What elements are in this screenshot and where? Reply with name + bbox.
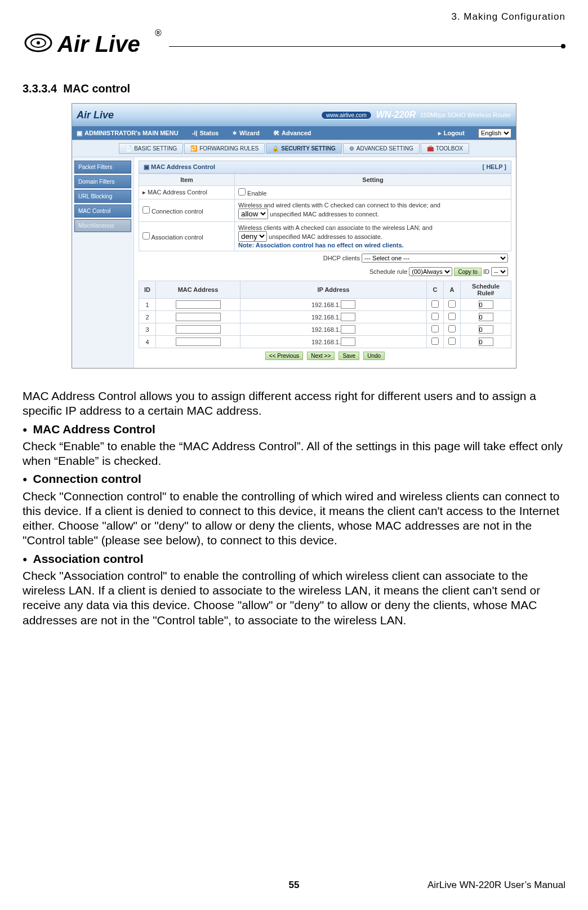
sched-input[interactable] bbox=[479, 313, 493, 321]
ip-input[interactable] bbox=[341, 313, 355, 321]
a-checkbox[interactable] bbox=[448, 325, 456, 332]
chapter-header: 3. Making Configuration bbox=[23, 11, 565, 23]
gcol-mac: MAC Address bbox=[156, 281, 240, 299]
association-desc-1: Wireless clients with A checked can asso… bbox=[238, 224, 433, 231]
prev-button[interactable]: << Previous bbox=[265, 352, 303, 360]
c-checkbox[interactable] bbox=[431, 300, 439, 308]
manual-title: AirLive WN-220R User’s Manual bbox=[427, 880, 565, 891]
cell-id: 4 bbox=[139, 336, 156, 348]
tab-forwarding-label: FORWARDING RULES bbox=[199, 145, 259, 152]
c-checkbox[interactable] bbox=[431, 325, 439, 332]
association-note: Note: Association control has no effect … bbox=[238, 242, 404, 248]
tab-security-setting[interactable]: 🔒 SECURITY SETTING bbox=[266, 143, 342, 154]
menu-logout[interactable]: ▸ Logout bbox=[438, 130, 465, 137]
tab-basic-label: BASIC SETTING bbox=[134, 145, 177, 152]
banner: Air Live www.airlive.com WN-220R 150Mbps… bbox=[72, 104, 516, 126]
body-text: MAC Address Control allows you to assign… bbox=[23, 389, 565, 628]
model-label: WN-220R bbox=[376, 110, 416, 120]
mac-input[interactable] bbox=[176, 325, 221, 334]
association-select[interactable]: deny bbox=[238, 231, 267, 242]
heading-connection-control: Connection control bbox=[23, 472, 565, 486]
svg-point-2 bbox=[37, 41, 40, 45]
header-rule bbox=[169, 40, 565, 51]
menu-wizard[interactable]: ✶ Wizard bbox=[232, 130, 260, 137]
menu-advanced-label: Advanced bbox=[282, 130, 311, 136]
menu-admin[interactable]: ▣ ADMINISTRATOR's MAIN MENU bbox=[77, 130, 179, 137]
row-mac-control-setting: Enable bbox=[235, 186, 511, 199]
section-number: 3.3.3.4 bbox=[23, 82, 57, 95]
gcol-a: A bbox=[444, 281, 461, 299]
mac-input[interactable] bbox=[176, 300, 221, 309]
connection-select[interactable]: allow bbox=[238, 208, 268, 219]
panel-header: ▣ MAC Address Control [ HELP ] bbox=[139, 161, 511, 174]
sidenav-domain-filters[interactable]: Domain Filters bbox=[74, 175, 131, 188]
sidenav-miscellaneous[interactable]: Miscellaneous bbox=[74, 219, 131, 232]
language-select[interactable]: English bbox=[478, 128, 511, 138]
sched-input[interactable] bbox=[479, 325, 493, 334]
heading-mac-address-control: MAC Address Control bbox=[23, 422, 565, 437]
ip-prefix: 192.168.1. bbox=[311, 326, 341, 333]
url-pill: www.airlive.com bbox=[321, 111, 372, 119]
menu-wizard-label: Wizard bbox=[239, 130, 260, 136]
para-association-control: Check "Association control" to enable th… bbox=[23, 569, 565, 628]
sidenav-packet-filters[interactable]: Packet Filters bbox=[74, 161, 131, 174]
dhcp-label: DHCP clients bbox=[323, 255, 360, 261]
sidenav-mac-control[interactable]: MAC Control bbox=[74, 205, 131, 217]
c-checkbox[interactable] bbox=[431, 313, 439, 320]
ip-input[interactable] bbox=[341, 338, 355, 346]
cell-id: 2 bbox=[139, 311, 156, 323]
ip-input[interactable] bbox=[341, 325, 355, 334]
connection-checkbox[interactable] bbox=[142, 206, 150, 214]
brand-logo: Air Live bbox=[77, 109, 114, 121]
c-checkbox[interactable] bbox=[431, 338, 439, 345]
dhcp-select[interactable]: --- Select one --- bbox=[362, 254, 508, 263]
a-checkbox[interactable] bbox=[448, 300, 456, 308]
svg-text:®: ® bbox=[155, 28, 162, 38]
mac-input[interactable] bbox=[176, 313, 221, 321]
undo-button[interactable]: Undo bbox=[363, 352, 385, 360]
menu-status[interactable]: -i| Status bbox=[192, 130, 219, 136]
ip-prefix: 192.168.1. bbox=[311, 339, 341, 345]
gcol-c: C bbox=[427, 281, 444, 299]
schedule-row: Schedule rule (00)Always Copy to ID -- bbox=[139, 265, 511, 278]
ip-input[interactable] bbox=[341, 300, 355, 309]
tab-toolbox-label: TOOLBOX bbox=[436, 145, 463, 152]
footer: 55 AirLive WN-220R User’s Manual bbox=[23, 880, 565, 891]
a-checkbox[interactable] bbox=[448, 313, 456, 320]
connection-desc-2: unspecified MAC addresses to connect. bbox=[270, 211, 379, 217]
sidenav: Packet Filters Domain Filters URL Blocki… bbox=[72, 157, 134, 368]
intro-paragraph: MAC Address Control allows you to assign… bbox=[23, 389, 565, 419]
id-select[interactable]: -- bbox=[491, 267, 508, 276]
sidenav-url-blocking[interactable]: URL Blocking bbox=[74, 190, 131, 203]
row-connection-label: Connection control bbox=[139, 199, 235, 222]
enable-checkbox[interactable] bbox=[238, 188, 246, 196]
sched-input[interactable] bbox=[479, 338, 493, 346]
ip-prefix: 192.168.1. bbox=[311, 301, 341, 308]
config-table: Item Setting ▸ MAC Address Control Enabl… bbox=[139, 174, 511, 251]
sched-input[interactable] bbox=[479, 300, 493, 309]
next-button[interactable]: Next >> bbox=[307, 352, 335, 360]
page-number: 55 bbox=[289, 880, 300, 891]
logo-row: Air Live ® bbox=[23, 26, 565, 65]
tab-toolbox[interactable]: 🧰 TOOLBOX bbox=[421, 143, 469, 154]
association-checkbox[interactable] bbox=[142, 232, 150, 239]
row-association-label: Association control bbox=[139, 222, 235, 251]
tab-basic-setting[interactable]: 📄 BASIC SETTING bbox=[119, 143, 183, 154]
schedule-select[interactable]: (00)Always bbox=[409, 267, 452, 276]
row-association-setting: Wireless clients with A checked can asso… bbox=[235, 222, 511, 251]
mac-input[interactable] bbox=[176, 338, 221, 346]
a-checkbox[interactable] bbox=[448, 338, 456, 345]
help-link[interactable]: [ HELP ] bbox=[482, 163, 506, 171]
para-connection-control: Check "Connection control" to enable the… bbox=[23, 489, 565, 548]
copy-to-button[interactable]: Copy to bbox=[454, 268, 481, 276]
tab-forwarding-rules[interactable]: 🔁 FORWARDING RULES bbox=[184, 143, 265, 154]
menu-advanced[interactable]: 🛠 Advanced bbox=[273, 130, 311, 136]
save-button[interactable]: Save bbox=[338, 352, 359, 360]
tab-advanced-setting[interactable]: ⚙ ADVANCED SETTING bbox=[343, 143, 420, 154]
ip-prefix: 192.168.1. bbox=[311, 314, 341, 321]
menu-status-label: Status bbox=[199, 130, 219, 136]
action-row: << Previous Next >> Save Undo bbox=[139, 348, 511, 362]
gcol-ip: IP Address bbox=[240, 281, 427, 299]
connection-desc-1: Wireless and wired clients with C checke… bbox=[238, 202, 440, 208]
enable-label: Enable bbox=[247, 190, 266, 197]
